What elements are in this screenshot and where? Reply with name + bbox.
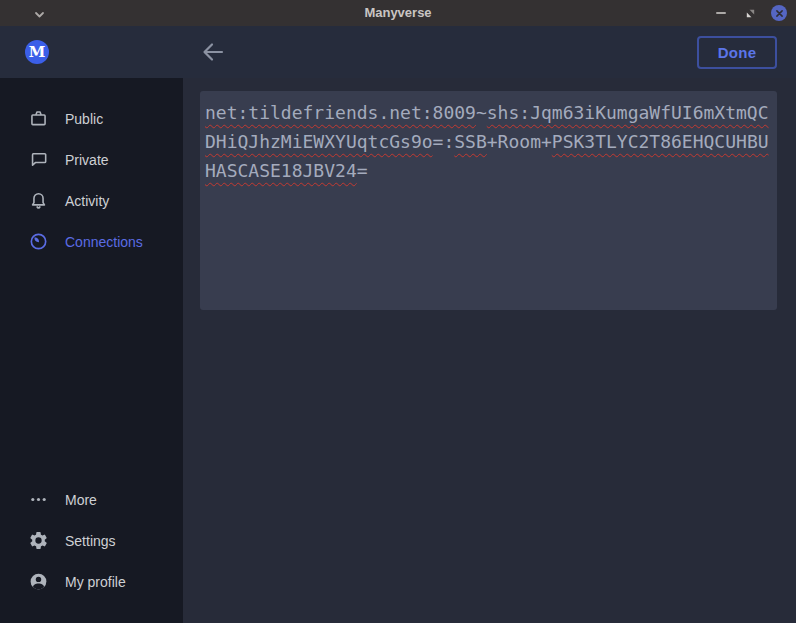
sidebar-item-activity[interactable]: Activity xyxy=(0,180,183,221)
os-titlebar: Manyverse xyxy=(0,0,796,26)
sidebar-item-settings[interactable]: Settings xyxy=(0,520,183,561)
sidebar-item-connections[interactable]: Connections xyxy=(0,221,183,262)
gauge-icon xyxy=(28,231,49,252)
gear-icon xyxy=(28,530,49,551)
sidebar-item-public[interactable]: Public xyxy=(0,98,183,139)
ellipsis-icon xyxy=(28,489,49,510)
invite-code-line: net:tildefriends.net:8009~shs:Jqm63iKumg… xyxy=(205,98,772,127)
main-panel: net:tildefriends.net:8009~shs:Jqm63iKumg… xyxy=(183,78,796,623)
sidebar-footer: More Settings My profile xyxy=(0,479,183,623)
sidebar-item-label: Settings xyxy=(65,533,116,549)
bell-icon xyxy=(28,190,49,211)
restore-button[interactable] xyxy=(742,5,758,21)
invite-code-textarea[interactable]: net:tildefriends.net:8009~shs:Jqm63iKumg… xyxy=(200,91,777,310)
sidebar: Public Private Activity Connections xyxy=(0,78,183,623)
app-header: M Done xyxy=(0,26,796,78)
done-button[interactable]: Done xyxy=(697,36,777,69)
minimize-button[interactable] xyxy=(713,5,729,21)
sidebar-item-label: Connections xyxy=(65,234,143,250)
public-box-icon xyxy=(28,108,49,129)
sidebar-item-more[interactable]: More xyxy=(0,479,183,520)
sidebar-item-label: Activity xyxy=(65,193,109,209)
back-arrow-icon xyxy=(201,41,225,63)
content-area: Public Private Activity Connections xyxy=(0,78,796,623)
sidebar-item-label: Public xyxy=(65,111,103,127)
sidebar-item-label: More xyxy=(65,492,97,508)
sidebar-item-my-profile[interactable]: My profile xyxy=(0,561,183,602)
invite-code-line: HASCASE18JBV24= xyxy=(205,156,772,185)
invite-code-line: DHiQJhzMiEWXYUqtcGs9o=:SSB+Room+PSK3TLYC… xyxy=(205,127,772,156)
close-icon xyxy=(775,9,784,18)
manyverse-logo-avatar[interactable]: M xyxy=(25,40,49,64)
sidebar-item-label: My profile xyxy=(65,574,126,590)
window-controls xyxy=(713,0,787,26)
minimize-icon xyxy=(716,12,726,14)
restore-icon xyxy=(745,8,756,19)
close-button[interactable] xyxy=(771,5,787,21)
window-title: Manyverse xyxy=(0,0,796,26)
sidebar-item-private[interactable]: Private xyxy=(0,139,183,180)
back-button[interactable] xyxy=(201,41,225,63)
speech-bubble-icon xyxy=(28,149,49,170)
person-circle-icon xyxy=(28,571,49,592)
sidebar-item-label: Private xyxy=(65,152,109,168)
